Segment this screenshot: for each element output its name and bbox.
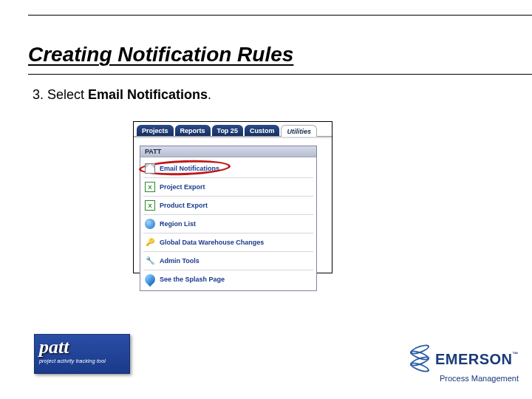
- menu-item-label: Project Export: [160, 183, 205, 191]
- menu-divider: [143, 214, 313, 215]
- key-icon: [145, 237, 155, 248]
- menu-item-product-export[interactable]: Product Export: [143, 199, 313, 212]
- tab-utilities[interactable]: Utilities: [281, 125, 317, 137]
- wrench-icon: [145, 256, 155, 266]
- menu-item-admin-tools[interactable]: Admin Tools: [143, 254, 313, 267]
- mail-icon: [145, 163, 155, 174]
- droplet-icon: [143, 272, 157, 287]
- menu-item-label: Admin Tools: [160, 257, 200, 265]
- utilities-panel: PATT Email Notifications Project Export …: [140, 146, 317, 291]
- menu-item-region-list[interactable]: Region List: [143, 217, 313, 231]
- page-title: Creating Notification Rules: [28, 43, 293, 66]
- utilities-menu: Email Notifications Project Export Produ…: [140, 157, 316, 290]
- tab-reports[interactable]: Reports: [175, 125, 211, 136]
- menu-item-email-notifications[interactable]: Email Notifications: [143, 162, 313, 175]
- menu-divider: [143, 177, 313, 178]
- trademark-symbol: ™: [513, 351, 519, 358]
- instruction-step-target: Email Notifications: [88, 87, 208, 102]
- tab-top25[interactable]: Top 25: [212, 125, 243, 136]
- page-title-wrap: Creating Notification Rules: [28, 43, 293, 66]
- menu-divider: [143, 270, 313, 270]
- excel-icon: [145, 182, 155, 192]
- utilities-panel-header: PATT: [140, 146, 316, 157]
- patt-logo-text: patt: [39, 338, 125, 357]
- panel-area: PATT Email Notifications Project Export …: [134, 138, 332, 297]
- emerson-helix-icon: [410, 346, 429, 372]
- patt-logo: patt project activity tracking tool: [34, 334, 130, 374]
- menu-divider: [143, 233, 313, 233]
- tab-bar: Projects Reports Top 25 Custom Utilities: [134, 122, 332, 136]
- tab-custom[interactable]: Custom: [245, 125, 280, 136]
- menu-item-label: Global Data Warehouse Changes: [160, 239, 264, 246]
- instruction-step-prefix: 3. Select: [33, 87, 88, 102]
- globe-icon: [145, 219, 155, 229]
- title-underline-rule: [28, 74, 532, 75]
- app-screenshot: Projects Reports Top 25 Custom Utilities…: [133, 121, 332, 273]
- emerson-logo: EMERSON™ Process Management: [410, 346, 519, 383]
- excel-icon: [145, 200, 155, 211]
- menu-item-label: Region List: [160, 220, 196, 228]
- menu-divider: [143, 251, 313, 252]
- emerson-subline: Process Management: [410, 374, 519, 383]
- menu-item-label: Product Export: [160, 202, 208, 209]
- menu-item-project-export[interactable]: Project Export: [143, 180, 313, 194]
- menu-divider: [143, 196, 313, 197]
- tab-projects[interactable]: Projects: [137, 125, 174, 136]
- top-horizontal-rule: [28, 15, 532, 16]
- emerson-brand-text: EMERSON™: [435, 351, 519, 368]
- menu-item-splash-page[interactable]: See the Splash Page: [143, 273, 313, 286]
- menu-item-label: See the Splash Page: [160, 276, 225, 283]
- emerson-brand-word: EMERSON: [435, 351, 513, 367]
- instruction-step: 3. Select Email Notifications.: [33, 87, 211, 103]
- menu-item-gdw-changes[interactable]: Global Data Warehouse Changes: [143, 236, 313, 249]
- menu-item-label: Email Notifications: [160, 165, 219, 172]
- instruction-step-suffix: .: [208, 87, 211, 102]
- patt-logo-tagline: project activity tracking tool: [39, 358, 125, 364]
